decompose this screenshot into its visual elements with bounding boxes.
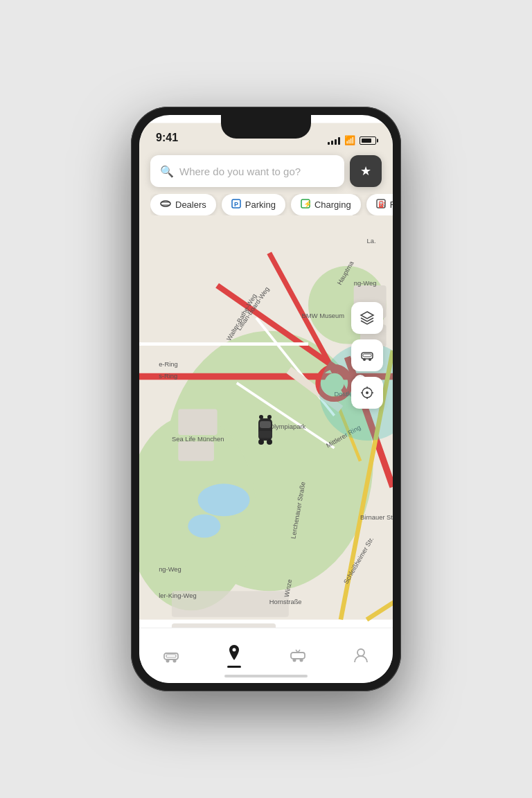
svg-point-5 <box>188 514 220 538</box>
tab-car[interactable] <box>139 648 203 664</box>
svg-point-75 <box>233 648 236 652</box>
battery-icon <box>360 136 376 145</box>
svg-text:Sea Life München: Sea Life München <box>172 436 224 443</box>
svg-text:⚡: ⚡ <box>303 200 310 209</box>
phone-screen: 9:41 📶 <box>139 115 393 683</box>
svg-point-49 <box>259 415 263 419</box>
status-icons: 📶 <box>328 135 376 145</box>
svg-point-79 <box>357 649 364 656</box>
svg-text:Birnauer Str.: Birnauer Str. <box>360 514 393 521</box>
chip-dealers[interactable]: Dealers <box>150 194 216 215</box>
svg-text:s-Ring: s-Ring <box>159 373 177 380</box>
svg-text:ng-Weg: ng-Weg <box>354 280 377 287</box>
svg-text:⛽: ⛽ <box>378 200 386 209</box>
svg-rect-74 <box>166 655 176 657</box>
chip-parking-label: Parking <box>245 200 276 210</box>
home-indicator <box>224 675 308 677</box>
phone-frame: 9:41 📶 <box>131 107 401 691</box>
search-icon: 🔍 <box>160 165 174 178</box>
svg-point-4 <box>197 484 249 516</box>
svg-rect-19 <box>178 409 217 435</box>
signal-icon <box>328 136 340 145</box>
map-controls <box>351 302 383 409</box>
svg-point-72 <box>166 659 169 662</box>
svg-point-66 <box>366 391 369 394</box>
search-bar: 🔍 Where do you want to go? ★ <box>150 155 382 187</box>
svg-point-47 <box>258 439 264 445</box>
svg-point-73 <box>172 659 176 662</box>
search-input[interactable]: Where do you want to go? <box>179 166 301 177</box>
chip-parking[interactable]: P Parking <box>222 194 285 215</box>
chip-charging[interactable]: ⚡ Charging <box>291 194 361 215</box>
chip-charging-label: Charging <box>314 200 351 210</box>
svg-point-63 <box>363 358 366 361</box>
svg-rect-20 <box>178 441 214 461</box>
tab-services[interactable] <box>266 648 330 664</box>
locate-button[interactable] <box>351 377 383 409</box>
svg-marker-60 <box>361 312 373 319</box>
tab-bar <box>139 628 393 683</box>
svg-point-48 <box>267 439 272 445</box>
svg-point-50 <box>267 415 272 419</box>
chip-fuel[interactable]: ⛽ Fuel <box>366 194 393 215</box>
search-input-wrap[interactable]: 🔍 Where do you want to go? <box>150 155 344 187</box>
charging-icon: ⚡ <box>301 199 310 211</box>
layers-button[interactable] <box>351 302 383 334</box>
svg-point-51 <box>161 201 170 206</box>
tab-profile[interactable] <box>330 647 393 665</box>
chip-fuel-label: Fuel <box>390 200 393 210</box>
svg-rect-45 <box>260 421 271 428</box>
svg-rect-62 <box>363 354 371 357</box>
svg-text:P: P <box>234 201 238 208</box>
star-icon: ★ <box>360 163 371 179</box>
filter-chips: Dealers P Parking ⚡ Chargi <box>150 194 393 215</box>
svg-text:e-Ring: e-Ring <box>159 361 178 368</box>
svg-text:ler-King-Weg: ler-King-Weg <box>159 592 197 599</box>
favorites-button[interactable]: ★ <box>350 155 382 187</box>
svg-rect-46 <box>258 431 272 438</box>
svg-point-64 <box>369 358 371 361</box>
tab-map[interactable] <box>203 644 267 668</box>
dealers-icon <box>160 198 171 211</box>
svg-point-78 <box>299 658 303 662</box>
svg-rect-76 <box>291 653 305 659</box>
svg-text:Hornstraße: Hornstraße <box>269 598 302 605</box>
svg-text:ng-Weg: ng-Weg <box>159 566 181 573</box>
wifi-icon: 📶 <box>344 135 355 145</box>
status-time: 9:41 <box>156 132 178 145</box>
svg-text:La.: La. <box>366 238 375 245</box>
notch <box>221 115 311 139</box>
car-view-button[interactable] <box>351 339 383 371</box>
svg-point-77 <box>292 658 296 662</box>
svg-text:BMW Museum: BMW Museum <box>302 312 345 319</box>
car-marker <box>256 413 275 446</box>
parking-icon: P <box>231 199 241 211</box>
chip-dealers-label: Dealers <box>175 200 206 210</box>
fuel-icon: ⛽ <box>376 199 386 211</box>
